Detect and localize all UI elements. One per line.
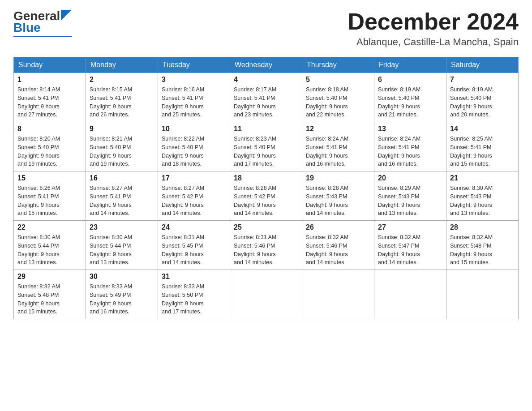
logo-triangle-icon [61, 10, 72, 21]
calendar-table: SundayMondayTuesdayWednesdayThursdayFrid… [13, 57, 519, 319]
calendar-week-row: 1Sunrise: 8:14 AMSunset: 5:41 PMDaylight… [14, 73, 519, 122]
day-number: 12 [306, 125, 370, 133]
day-info: Sunrise: 8:32 AMSunset: 5:46 PMDaylight:… [306, 233, 370, 267]
day-info: Sunrise: 8:24 AMSunset: 5:41 PMDaylight:… [306, 135, 370, 168]
day-info: Sunrise: 8:19 AMSunset: 5:40 PMDaylight:… [378, 86, 442, 119]
day-number: 25 [234, 223, 298, 231]
day-number: 3 [162, 76, 226, 84]
day-number: 8 [17, 125, 82, 133]
calendar-cell: 15Sunrise: 8:26 AMSunset: 5:41 PMDayligh… [14, 171, 86, 221]
day-info: Sunrise: 8:31 AMSunset: 5:46 PMDaylight:… [234, 233, 298, 267]
weekday-header-monday: Monday [86, 57, 158, 73]
day-number: 15 [17, 174, 82, 182]
logo-underline [13, 36, 72, 37]
weekday-header-saturday: Saturday [446, 57, 519, 73]
day-number: 24 [162, 223, 226, 231]
calendar-cell: 20Sunrise: 8:29 AMSunset: 5:43 PMDayligh… [374, 171, 446, 221]
weekday-header-sunday: Sunday [14, 57, 86, 73]
calendar-cell: 25Sunrise: 8:31 AMSunset: 5:46 PMDayligh… [230, 221, 302, 270]
day-number: 23 [90, 223, 154, 231]
day-number: 30 [90, 273, 154, 281]
calendar-cell: 8Sunrise: 8:20 AMSunset: 5:40 PMDaylight… [14, 122, 86, 171]
calendar-cell: 30Sunrise: 8:33 AMSunset: 5:49 PMDayligh… [86, 270, 158, 319]
day-info: Sunrise: 8:17 AMSunset: 5:41 PMDaylight:… [234, 86, 298, 119]
day-info: Sunrise: 8:30 AMSunset: 5:44 PMDaylight:… [17, 233, 82, 267]
calendar-cell: 11Sunrise: 8:23 AMSunset: 5:40 PMDayligh… [230, 122, 302, 171]
day-number: 22 [17, 223, 82, 231]
day-number: 18 [234, 174, 298, 182]
calendar-cell: 6Sunrise: 8:19 AMSunset: 5:40 PMDaylight… [374, 73, 446, 122]
day-info: Sunrise: 8:20 AMSunset: 5:40 PMDaylight:… [17, 135, 82, 168]
day-number: 27 [378, 223, 442, 231]
calendar-cell: 1Sunrise: 8:14 AMSunset: 5:41 PMDaylight… [14, 73, 86, 122]
calendar-cell: 9Sunrise: 8:21 AMSunset: 5:40 PMDaylight… [86, 122, 158, 171]
day-number: 11 [234, 125, 298, 133]
calendar-cell [230, 270, 302, 319]
day-number: 7 [450, 76, 515, 84]
location-subtitle: Ablanque, Castille-La Mancha, Spain [348, 36, 519, 48]
day-number: 2 [90, 76, 154, 84]
calendar-week-row: 22Sunrise: 8:30 AMSunset: 5:44 PMDayligh… [14, 221, 519, 270]
calendar-week-row: 8Sunrise: 8:20 AMSunset: 5:40 PMDaylight… [14, 122, 519, 171]
calendar-cell: 19Sunrise: 8:28 AMSunset: 5:43 PMDayligh… [302, 171, 374, 221]
day-info: Sunrise: 8:26 AMSunset: 5:41 PMDaylight:… [17, 184, 82, 218]
calendar-cell [374, 270, 446, 319]
day-number: 16 [90, 174, 154, 182]
calendar-cell: 7Sunrise: 8:19 AMSunset: 5:40 PMDaylight… [446, 73, 519, 122]
page-header: General Blue December 2024 Ablanque, Cas… [13, 9, 519, 48]
calendar-cell: 14Sunrise: 8:25 AMSunset: 5:41 PMDayligh… [446, 122, 519, 171]
calendar-week-row: 15Sunrise: 8:26 AMSunset: 5:41 PMDayligh… [14, 171, 519, 221]
day-info: Sunrise: 8:18 AMSunset: 5:40 PMDaylight:… [306, 86, 370, 119]
day-info: Sunrise: 8:29 AMSunset: 5:43 PMDaylight:… [378, 184, 442, 218]
calendar-cell: 26Sunrise: 8:32 AMSunset: 5:46 PMDayligh… [302, 221, 374, 270]
weekday-header-friday: Friday [374, 57, 446, 73]
month-title: December 2024 [348, 9, 519, 34]
day-number: 28 [450, 223, 515, 231]
calendar-cell [446, 270, 519, 319]
day-info: Sunrise: 8:32 AMSunset: 5:47 PMDaylight:… [378, 233, 442, 267]
calendar-cell: 5Sunrise: 8:18 AMSunset: 5:40 PMDaylight… [302, 73, 374, 122]
calendar-cell: 23Sunrise: 8:30 AMSunset: 5:44 PMDayligh… [86, 221, 158, 270]
calendar-cell: 18Sunrise: 8:28 AMSunset: 5:42 PMDayligh… [230, 171, 302, 221]
weekday-header-tuesday: Tuesday [158, 57, 230, 73]
day-info: Sunrise: 8:33 AMSunset: 5:50 PMDaylight:… [162, 283, 226, 316]
calendar-cell: 3Sunrise: 8:16 AMSunset: 5:41 PMDaylight… [158, 73, 230, 122]
day-number: 19 [306, 174, 370, 182]
calendar-cell: 17Sunrise: 8:27 AMSunset: 5:42 PMDayligh… [158, 171, 230, 221]
calendar-cell: 13Sunrise: 8:24 AMSunset: 5:41 PMDayligh… [374, 122, 446, 171]
day-info: Sunrise: 8:24 AMSunset: 5:41 PMDaylight:… [378, 135, 442, 168]
calendar-cell: 10Sunrise: 8:22 AMSunset: 5:40 PMDayligh… [158, 122, 230, 171]
day-number: 1 [17, 76, 82, 84]
day-info: Sunrise: 8:32 AMSunset: 5:48 PMDaylight:… [17, 283, 82, 316]
weekday-header-row: SundayMondayTuesdayWednesdayThursdayFrid… [14, 57, 519, 73]
day-number: 6 [378, 76, 442, 84]
logo-blue-text: Blue [13, 21, 41, 35]
day-info: Sunrise: 8:27 AMSunset: 5:41 PMDaylight:… [90, 184, 154, 218]
day-info: Sunrise: 8:19 AMSunset: 5:40 PMDaylight:… [450, 86, 515, 119]
weekday-header-thursday: Thursday [302, 57, 374, 73]
day-info: Sunrise: 8:25 AMSunset: 5:41 PMDaylight:… [450, 135, 515, 168]
day-info: Sunrise: 8:28 AMSunset: 5:43 PMDaylight:… [306, 184, 370, 218]
day-number: 31 [162, 273, 226, 281]
day-number: 9 [90, 125, 154, 133]
calendar-cell: 21Sunrise: 8:30 AMSunset: 5:43 PMDayligh… [446, 171, 519, 221]
day-info: Sunrise: 8:27 AMSunset: 5:42 PMDaylight:… [162, 184, 226, 218]
day-number: 29 [17, 273, 82, 281]
day-info: Sunrise: 8:28 AMSunset: 5:42 PMDaylight:… [234, 184, 298, 218]
day-info: Sunrise: 8:31 AMSunset: 5:45 PMDaylight:… [162, 233, 226, 267]
calendar-cell: 24Sunrise: 8:31 AMSunset: 5:45 PMDayligh… [158, 221, 230, 270]
day-number: 21 [450, 174, 515, 182]
logo: General Blue [13, 9, 72, 37]
day-info: Sunrise: 8:30 AMSunset: 5:44 PMDaylight:… [90, 233, 154, 267]
day-number: 26 [306, 223, 370, 231]
calendar-cell: 12Sunrise: 8:24 AMSunset: 5:41 PMDayligh… [302, 122, 374, 171]
day-info: Sunrise: 8:32 AMSunset: 5:48 PMDaylight:… [450, 233, 515, 267]
calendar-cell: 28Sunrise: 8:32 AMSunset: 5:48 PMDayligh… [446, 221, 519, 270]
day-number: 13 [378, 125, 442, 133]
calendar-cell: 27Sunrise: 8:32 AMSunset: 5:47 PMDayligh… [374, 221, 446, 270]
day-info: Sunrise: 8:15 AMSunset: 5:41 PMDaylight:… [90, 86, 154, 119]
day-number: 4 [234, 76, 298, 84]
calendar-cell: 16Sunrise: 8:27 AMSunset: 5:41 PMDayligh… [86, 171, 158, 221]
calendar-cell: 4Sunrise: 8:17 AMSunset: 5:41 PMDaylight… [230, 73, 302, 122]
calendar-cell: 29Sunrise: 8:32 AMSunset: 5:48 PMDayligh… [14, 270, 86, 319]
